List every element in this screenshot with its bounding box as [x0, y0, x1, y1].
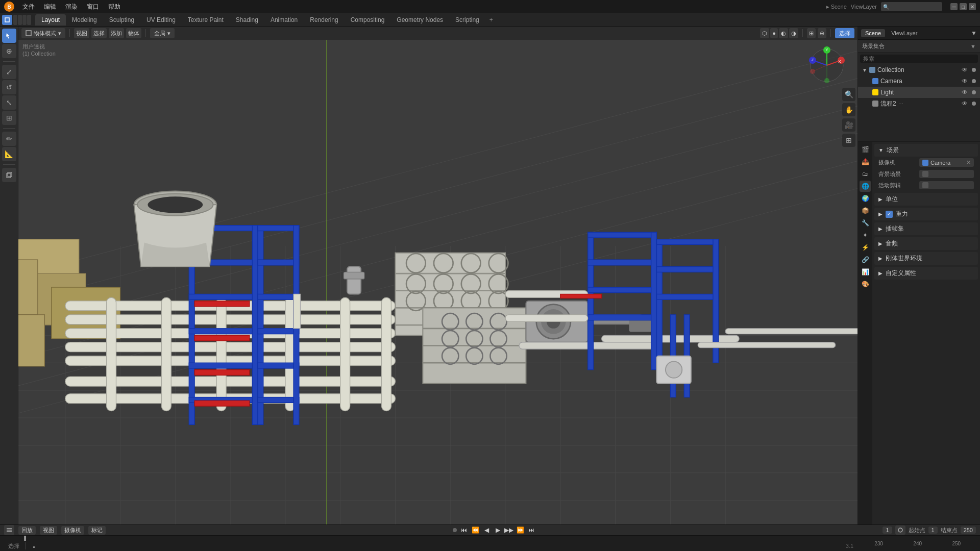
transform-tool-btn[interactable]: ⊞ [2, 111, 16, 125]
flow-visibility-eye[interactable]: 👁 [962, 100, 968, 107]
prop-world-icon[interactable]: 🌍 [860, 193, 871, 204]
keying-sets-section-header[interactable]: ▶ 插帧集 [874, 222, 978, 235]
overlay-btn[interactable]: ⊞ [807, 28, 816, 38]
outliner-item-light[interactable]: Light 👁 [858, 87, 980, 98]
add-workspace-btn[interactable]: + [485, 14, 497, 26]
activeclip-prop-value[interactable] [919, 181, 974, 189]
pan-btn[interactable]: ✋ [842, 103, 855, 116]
menu-help[interactable]: 帮助 [104, 2, 125, 12]
close-btn[interactable]: ✕ [969, 3, 976, 10]
fps-btn[interactable] [895, 525, 905, 535]
outliner-item-camera[interactable]: Camera 👁 [858, 76, 980, 87]
select-menu-btn[interactable]: 选择 [91, 28, 107, 38]
zoom-btn[interactable]: 🔍 [842, 88, 855, 101]
prop-material-icon[interactable]: 🎨 [860, 279, 871, 290]
prop-view-layer-icon[interactable]: 🗂 [860, 168, 871, 180]
collection-visibility-eye[interactable]: 👁 [962, 66, 968, 73]
outliner-item-flow[interactable]: 流程2 ⋯ 👁 [858, 98, 980, 109]
menu-render[interactable]: 渲染 [61, 2, 82, 12]
start-frame-field[interactable]: 1 [928, 527, 938, 534]
tab-animation[interactable]: Animation [264, 14, 304, 26]
background-prop-value[interactable] [919, 170, 974, 178]
camera-persp-btn[interactable]: 🎥 [842, 118, 855, 132]
jump-prev-key-btn[interactable]: ⏪ [471, 526, 479, 534]
menu-window[interactable]: 窗口 [83, 2, 103, 12]
rigid-body-section-header[interactable]: ▶ 刚体世界环境 [874, 252, 978, 265]
menu-edit[interactable]: 编辑 [40, 2, 60, 12]
prop-constraints-icon[interactable]: 🔗 [860, 254, 871, 265]
camera-prop-value[interactable]: Camera ✕ [919, 158, 974, 167]
units-section-header[interactable]: ▶ 单位 [874, 193, 978, 206]
transform-orientation-btn[interactable]: 全局 ▾ [150, 28, 175, 38]
tab-compositing[interactable]: Compositing [345, 14, 391, 26]
main-viewport[interactable]: 物体模式 ▾ 视图 选择 添加 物体 全局 ▾ ⬡ ● ◐ ◑ ⊞ ⊕ [18, 27, 857, 535]
prop-data-icon[interactable]: 📊 [860, 266, 871, 278]
playback-menu-btn[interactable]: 回放 [18, 526, 36, 535]
current-frame-field[interactable]: 1 [883, 527, 892, 534]
annotate-tool-btn[interactable]: ✏ [2, 132, 16, 146]
layout-icon-2[interactable] [18, 15, 22, 25]
prop-object-icon[interactable]: 📦 [860, 205, 871, 216]
layout-icon-4[interactable] [27, 15, 31, 25]
outliner-item-collection[interactable]: ▼ Collection 👁 [858, 64, 980, 76]
viewport-gizmo[interactable]: X Y Z [806, 45, 847, 86]
scene-section-header[interactable]: ▼ 场景 [874, 144, 978, 157]
add-cube-btn[interactable] [2, 168, 16, 182]
view-menu-btn[interactable]: 视图 [74, 28, 89, 38]
menu-file[interactable]: 文件 [18, 2, 39, 12]
timeline-type-btn[interactable] [4, 525, 14, 535]
maximize-btn[interactable]: □ [960, 3, 967, 10]
cursor-tool-btn[interactable]: ⊕ [2, 44, 16, 58]
rendered-btn[interactable]: ◑ [789, 28, 798, 38]
layout-icon-3[interactable] [22, 15, 27, 25]
step-back-btn[interactable]: ◀ [482, 526, 491, 534]
mode-select-btn[interactable]: 物体模式 ▾ [21, 28, 65, 38]
camera-visibility-eye[interactable]: 👁 [962, 78, 968, 85]
add-menu-btn[interactable]: 添加 [109, 28, 124, 38]
object-menu-btn[interactable]: 物体 [126, 28, 141, 38]
tab-sculpting[interactable]: Sculpting [103, 14, 140, 26]
audio-section-header[interactable]: ▶ 音频 [874, 237, 978, 250]
tab-geometry-nodes[interactable]: Geometry Nodes [390, 14, 449, 26]
filter-icon[interactable]: ▼ [971, 30, 977, 37]
view-menu-tl-btn[interactable]: 视图 [40, 526, 57, 535]
jump-next-key-btn[interactable]: ⏩ [516, 526, 524, 534]
layout-icon-1[interactable] [13, 15, 17, 25]
scene-tab[interactable]: Scene [861, 29, 885, 37]
jump-start-btn[interactable]: ⏮ [460, 526, 468, 534]
gizmo-btn[interactable]: ⊕ [818, 28, 826, 38]
markers-btn[interactable]: 标记 [88, 526, 106, 535]
viewlayer-tab[interactable]: ViewLayer [887, 29, 921, 37]
jump-end-btn[interactable]: ⏭ [527, 526, 535, 534]
measure-tool-btn[interactable]: 📐 [2, 147, 16, 161]
scale-tool-btn[interactable]: ⤡ [2, 95, 16, 110]
gravity-checkbox[interactable]: ✓ [886, 211, 893, 218]
prop-physics-icon[interactable]: ⚡ [860, 242, 871, 253]
minimize-btn[interactable]: ─ [950, 3, 958, 10]
tab-uv-editing[interactable]: UV Editing [140, 14, 182, 26]
grid-view-btn[interactable]: ⊞ [842, 134, 855, 147]
tab-scripting[interactable]: Scripting [449, 14, 485, 26]
rotate-tool-btn[interactable]: ↺ [2, 80, 16, 94]
move-tool-btn[interactable]: ⤢ [2, 65, 16, 79]
tab-shading[interactable]: Shading [230, 14, 264, 26]
tab-layout[interactable]: Layout [35, 14, 66, 26]
prop-render-icon[interactable]: 🎬 [860, 144, 871, 155]
wireframe-btn[interactable]: ⬡ [760, 28, 769, 38]
tab-rendering[interactable]: Rendering [304, 14, 344, 26]
end-frame-field[interactable]: 250 [961, 527, 976, 534]
outliner-filter-btn[interactable]: ▼ [970, 43, 976, 49]
play-btn[interactable]: ▶ [494, 526, 502, 534]
material-btn[interactable]: ◐ [779, 28, 788, 38]
camera-tl-btn[interactable]: 摄像机 [61, 526, 84, 535]
tab-texture-paint[interactable]: Texture Paint [182, 14, 230, 26]
scene-canvas[interactable] [18, 40, 857, 535]
tab-modeling[interactable]: Modeling [66, 14, 103, 26]
info-select[interactable]: 选择 [4, 542, 23, 550]
gravity-section-header[interactable]: ▶ ✓ 重力 [874, 208, 978, 220]
step-fwd-btn[interactable]: ▶▶ [505, 526, 513, 534]
prop-scene-icon[interactable]: 🌐 [860, 181, 871, 192]
prop-modifier-icon[interactable]: 🔧 [860, 217, 871, 229]
prop-particles-icon[interactable]: ✦ [860, 230, 871, 241]
camera-remove-btn[interactable]: ✕ [966, 159, 971, 166]
